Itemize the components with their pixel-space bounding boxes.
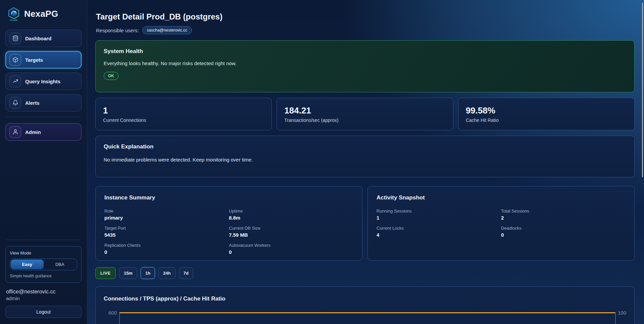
- live-button[interactable]: LIVE: [95, 267, 116, 279]
- field-running-sessions: Running Sessions 1: [377, 209, 501, 221]
- page-scrollbar: [641, 0, 644, 324]
- page-title: Target Detail Prod_DB (postgres): [96, 12, 635, 21]
- sidebar-item-alerts[interactable]: Alerts: [5, 94, 82, 111]
- field-autovacuum-workers: Autovacuum Workers 0: [229, 243, 353, 255]
- right-axis-max-label: 100: [615, 310, 626, 315]
- field-current-db-size: Current DB Size 7.59 MB: [229, 226, 353, 238]
- activity-snapshot-grid: Running Sessions 1 Total Sessions 2 Curr…: [377, 209, 626, 238]
- sidebar: NexaPG NexaPG Dashboard Targets Query In…: [0, 0, 87, 324]
- quick-explanation-title: Quick Explanation: [104, 143, 626, 150]
- field-value: 1: [377, 215, 501, 221]
- system-health-message: Everything looks healthy. No major risks…: [104, 60, 626, 66]
- logo-hexagon-icon: [7, 7, 20, 20]
- sidebar-item-label: Dashboard: [25, 36, 51, 41]
- chart-plot-area: 600 100: [104, 312, 626, 317]
- sidebar-item-label: Admin: [25, 129, 41, 135]
- sidebar-item-label: Targets: [25, 57, 43, 63]
- field-value: 0: [104, 249, 229, 255]
- field-label: Replication Clients: [104, 243, 229, 248]
- system-health-card: System Health Everything looks healthy. …: [95, 40, 635, 92]
- nexapg-logo-icon: NexaPG: [7, 7, 21, 21]
- field-current-locks: Current Locks 4: [377, 226, 501, 238]
- field-value: 0: [501, 232, 626, 238]
- view-mode-option-dba[interactable]: DBA: [44, 260, 77, 269]
- field-label: Running Sessions: [377, 209, 501, 214]
- sidebar-item-targets[interactable]: Targets: [5, 51, 82, 68]
- database-icon: [9, 33, 21, 44]
- field-label: Uptime: [229, 209, 353, 214]
- field-value: primary: [104, 215, 229, 221]
- sidebar-item-label: Query Insights: [25, 79, 60, 84]
- responsible-users-row: Responsible users: sascha@nesterovic.cc: [96, 26, 635, 34]
- field-label: Total Sessions: [501, 209, 626, 214]
- responsible-user-badge: sascha@nesterovic.cc: [142, 26, 192, 34]
- responsible-users-label: Responsible users:: [96, 28, 139, 33]
- bell-icon: [9, 97, 21, 109]
- field-value: 0: [229, 249, 353, 255]
- left-axis-max-label: 600: [104, 310, 119, 315]
- chart-title: Connections / TPS (approx) / Cache Hit R…: [104, 295, 626, 302]
- field-label: Autovacuum Workers: [229, 243, 353, 248]
- brand-name: NexaPG: [24, 9, 58, 19]
- activity-snapshot-title: Activity Snapshot: [377, 194, 626, 201]
- field-label: Role: [104, 209, 229, 214]
- view-mode-option-easy[interactable]: Easy: [11, 260, 44, 269]
- stat-label: Transactions/sec (approx): [284, 118, 445, 123]
- status-badge: OK: [104, 72, 118, 80]
- stat-card-cache-hit-ratio: 99.58% Cache Hit Ratio: [458, 98, 635, 130]
- stat-cards-row: 1 Current Connections 184.21 Transaction…: [95, 98, 635, 130]
- quick-explanation-card: Quick Explanation No immediate problems …: [95, 136, 635, 177]
- range-button-7d[interactable]: 7d: [179, 267, 193, 279]
- user-icon: [9, 126, 21, 138]
- logout-button[interactable]: Logout: [5, 306, 82, 318]
- logo-wordmark: NexaPG: [7, 19, 21, 21]
- cache-hit-ratio-line: [119, 312, 615, 313]
- scrollbar-thumb[interactable]: [642, 3, 643, 177]
- field-value: 4: [377, 232, 501, 238]
- stat-label: Cache Hit Ratio: [466, 118, 627, 123]
- quick-explanation-message: No immediate problems were detected. Kee…: [104, 157, 626, 163]
- field-label: Target Port: [104, 226, 229, 231]
- range-button-24h[interactable]: 24h: [158, 267, 175, 279]
- view-mode-label: View Mode: [10, 250, 77, 256]
- time-range-controls: LIVE 15m 1h 24h 7d: [95, 267, 635, 279]
- sidebar-bottom-divider: [6, 240, 81, 240]
- cube-icon: [9, 54, 21, 66]
- user-email: office@nesterovic.cc: [6, 289, 81, 295]
- range-button-1h[interactable]: 1h: [141, 267, 155, 279]
- user-role: admin: [6, 295, 81, 301]
- metrics-chart-card: Connections / TPS (approx) / Cache Hit R…: [95, 286, 635, 324]
- field-replication-clients: Replication Clients 0: [104, 243, 229, 255]
- field-value: 2: [501, 215, 626, 221]
- field-label: Deadlocks: [501, 226, 626, 231]
- instance-summary-card: Instance Summary Role primary Uptime 8.8…: [95, 186, 362, 261]
- sidebar-item-label: Alerts: [25, 100, 40, 106]
- view-mode-toggle: Easy DBA: [10, 259, 77, 270]
- sidebar-item-dashboard[interactable]: Dashboard: [5, 30, 82, 47]
- field-uptime: Uptime 8.8m: [229, 209, 353, 221]
- stat-card-current-connections: 1 Current Connections: [95, 98, 272, 130]
- instance-summary-title: Instance Summary: [104, 194, 353, 201]
- activity-snapshot-card: Activity Snapshot Running Sessions 1 Tot…: [367, 186, 635, 261]
- view-mode-panel: View Mode Easy DBA Simple health guidanc…: [5, 246, 82, 283]
- field-value: 7.59 MB: [229, 232, 353, 238]
- stat-value: 1: [103, 105, 264, 116]
- sidebar-item-query-insights[interactable]: Query Insights: [5, 73, 82, 90]
- range-button-15m[interactable]: 15m: [119, 267, 137, 279]
- field-value: 5435: [104, 232, 229, 238]
- sidebar-spacer: [5, 145, 82, 238]
- field-role: Role primary: [104, 209, 229, 221]
- trend-chart-icon: [9, 76, 21, 87]
- sidebar-item-admin[interactable]: Admin: [5, 123, 82, 141]
- field-label: Current Locks: [377, 226, 501, 231]
- view-mode-caption: Simple health guidance: [10, 274, 77, 278]
- stat-card-tps: 184.21 Transactions/sec (approx): [277, 98, 453, 130]
- field-label: Current DB Size: [229, 226, 353, 231]
- system-health-title: System Health: [104, 48, 626, 55]
- stat-label: Current Connections: [103, 118, 264, 123]
- field-total-sessions: Total Sessions 2: [501, 209, 626, 221]
- field-deadlocks: Deadlocks 0: [501, 226, 626, 238]
- sidebar-divider: [6, 117, 81, 117]
- summary-row: Instance Summary Role primary Uptime 8.8…: [95, 186, 635, 261]
- brand-row: NexaPG NexaPG: [5, 6, 82, 21]
